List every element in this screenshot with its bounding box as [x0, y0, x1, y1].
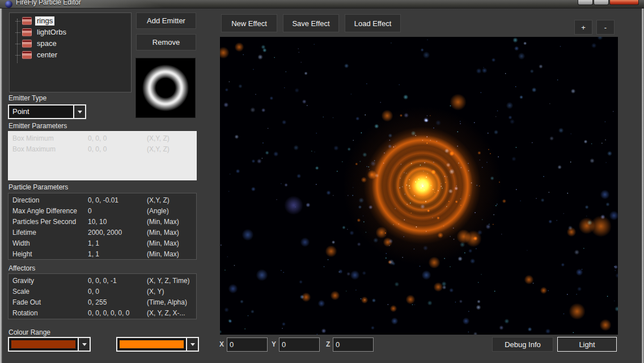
app-window: FireFly Particle Editor rings lightOrbs … [0, 0, 644, 363]
colour-end-swatch [119, 340, 184, 349]
effect-viewport[interactable] [220, 37, 618, 335]
load-effect-button[interactable]: Load Effect [345, 14, 401, 32]
emitter-parameters-label: Emitter Parameters [9, 122, 67, 130]
add-emitter-button[interactable]: Add Emitter [136, 12, 196, 29]
emitter-thumbnail-icon [22, 40, 32, 48]
particle-parameters-box: Direction 0, 0, -0.01 (X,Y, Z) Max Angle… [8, 193, 197, 260]
minimize-button[interactable] [578, 0, 593, 5]
chevron-down-icon[interactable] [78, 338, 90, 351]
particle-texture-preview [135, 58, 196, 118]
window-title: FireFly Particle Editor [16, 0, 81, 6]
remove-button[interactable]: Remove [136, 34, 196, 50]
param-row[interactable]: Particles Per Second 10, 10 (Min, Max) [9, 217, 196, 227]
emitter-thumbnail-icon [22, 28, 32, 36]
colour-range-label: Colour Range [9, 328, 50, 336]
light-button[interactable]: Light [557, 337, 617, 352]
affectors-box: Gravity 0, 0, 0, -1 (X, Y, Z, Time) Scal… [8, 273, 197, 319]
chevron-down-icon[interactable] [73, 105, 85, 118]
tree-guide [15, 21, 20, 22]
emitter-item-lightorbs[interactable]: lightOrbs [15, 27, 131, 38]
param-row[interactable]: Lifetime 2000, 2000 (Min, Max) [9, 227, 196, 238]
emitter-type-value: Point [9, 105, 73, 118]
maximize-button[interactable] [594, 0, 609, 5]
new-effect-button[interactable]: New Effect [221, 14, 277, 32]
param-row[interactable]: Rotation 0, 0, 0, 0, 0, 0 (X, Y, Z, X-..… [9, 308, 196, 319]
emitter-item-space[interactable]: space [15, 38, 131, 49]
param-row[interactable]: Fade Out 0, 255 (Time, Alpha) [9, 297, 196, 308]
param-row: Box Maximum 0, 0, 0 (X,Y, Z) [9, 144, 196, 155]
chevron-down-icon[interactable] [186, 338, 198, 351]
debug-info-button[interactable]: Debug Info [492, 337, 553, 352]
param-row[interactable]: Height 1, 1 (Min, Max) [9, 249, 196, 260]
zoom-in-button[interactable]: + [574, 20, 592, 35]
param-row: Box Minimum 0, 0, 0 (X,Y, Z) [9, 133, 196, 144]
window-frame-left [0, 9, 2, 363]
particle-parameters-label: Particle Parameters [9, 183, 68, 191]
param-row[interactable]: Width 1, 1 (Min, Max) [9, 238, 196, 249]
emitter-item-center[interactable]: center [15, 49, 131, 61]
colour-start-swatch [11, 340, 76, 349]
emitter-parameters-box: Box Minimum 0, 0, 0 (X,Y, Z) Box Maximum… [8, 131, 197, 180]
param-row[interactable]: Max Angle Difference 0 (Angle) [9, 206, 196, 217]
tree-guide [15, 32, 20, 33]
window-frame-right [642, 9, 644, 363]
param-row[interactable]: Direction 0, 0, -0.01 (X,Y, Z) [9, 195, 196, 206]
y-label: Y [272, 340, 276, 348]
emitter-type-label: Emitter Type [9, 94, 46, 102]
colour-end-select[interactable] [116, 337, 199, 352]
app-icon [5, 1, 12, 8]
emitter-type-select[interactable]: Point [8, 104, 86, 119]
x-input[interactable] [227, 337, 268, 352]
emitter-list: rings lightOrbs space center [9, 12, 132, 92]
param-row[interactable]: Gravity 0, 0, 0, -1 (X, Y, Z, Time) [9, 276, 196, 286]
z-input[interactable] [333, 337, 374, 352]
y-input[interactable] [279, 337, 320, 352]
x-label: X [219, 340, 224, 348]
window-controls [578, 0, 639, 5]
emitter-item-rings[interactable]: rings [15, 15, 131, 27]
tree-guide [15, 55, 20, 56]
affectors-label: Affectors [9, 264, 35, 272]
save-effect-button[interactable]: Save Effect [283, 14, 339, 32]
emitter-thumbnail-icon [22, 51, 32, 59]
tree-guide [15, 44, 20, 44]
param-row[interactable]: Scale 0, 0 (X, Y) [9, 286, 196, 297]
emitter-thumbnail-icon [22, 17, 32, 25]
titlebar[interactable]: FireFly Particle Editor [0, 0, 644, 9]
colour-start-select[interactable] [8, 337, 91, 352]
zoom-out-button[interactable]: - [596, 20, 615, 35]
close-button[interactable] [609, 0, 639, 5]
z-label: Z [326, 340, 330, 348]
